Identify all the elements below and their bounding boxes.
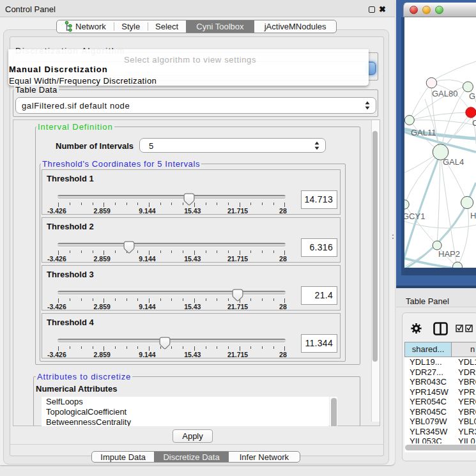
svg-text:GAL11: GAL11 [411,128,436,137]
svg-text:HAP2: HAP2 [438,249,460,259]
svg-text:C: C [472,118,476,128]
svg-text:GAL80: GAL80 [432,89,457,98]
svg-text:H: H [470,211,476,220]
svg-text:GAL4: GAL4 [443,157,464,167]
svg-text:GCY1: GCY1 [404,211,425,221]
svg-text:G.: G. [469,91,476,101]
